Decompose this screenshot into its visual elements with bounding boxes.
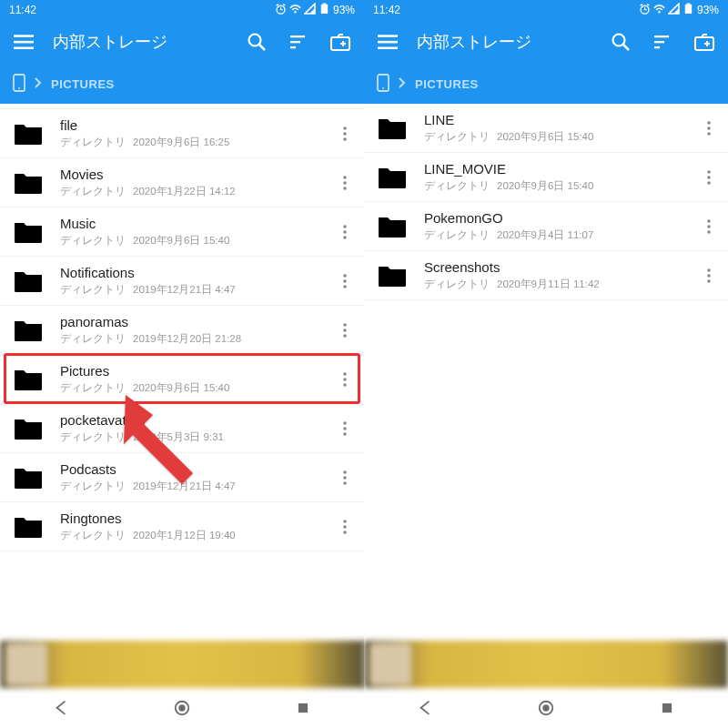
sort-icon[interactable] (650, 29, 675, 55)
breadcrumb-label: PICTURES (51, 77, 115, 91)
item-name: LINE_MOVIE (424, 161, 695, 177)
more-icon[interactable] (331, 470, 359, 485)
nav-home-button[interactable] (172, 698, 192, 718)
nav-recent-button[interactable] (293, 698, 313, 718)
more-icon[interactable] (331, 126, 359, 141)
item-sub: ディレクトリ2020年9月6日 15:40 (60, 381, 331, 395)
list-item[interactable]: Screenshotsディレクトリ2020年9月11日 11:42 (364, 251, 728, 300)
list-item[interactable]: PokemonGOディレクトリ2020年9月4日 11:07 (364, 202, 728, 251)
file-list[interactable]: LINEディレクトリ2020年9月6日 15:40LINE_MOVIEディレクト… (364, 104, 728, 641)
item-sub: ディレクトリ2020年9月6日 15:40 (424, 179, 695, 193)
list-item[interactable]: pocketavatarsディレクトリ2020年5月3日 9:31 (0, 404, 364, 453)
app-toolbar: 内部ストレージ (0, 20, 364, 64)
nav-bar (0, 688, 364, 728)
more-icon[interactable] (695, 121, 723, 136)
battery-icon (318, 3, 330, 17)
more-icon[interactable] (331, 274, 359, 288)
item-sub: ディレクトリ2020年5月3日 9:31 (60, 430, 331, 444)
item-name: Screenshots (424, 259, 695, 275)
hamburger-icon[interactable] (375, 29, 400, 55)
item-name: LINE (424, 112, 695, 127)
more-icon[interactable] (695, 219, 723, 234)
chevron-right-icon (35, 77, 42, 91)
device-icon (13, 74, 25, 95)
list-item[interactable]: LINE_MOVIEディレクトリ2020年9月6日 15:40 (364, 153, 728, 202)
folder-icon (13, 219, 44, 245)
more-icon[interactable] (331, 372, 359, 387)
nav-back-button[interactable] (415, 698, 435, 718)
item-sub: ディレクトリ2019年12月20日 21:28 (60, 332, 331, 346)
more-icon[interactable] (331, 421, 359, 436)
status-time: 11:42 (373, 4, 400, 16)
item-sub: ディレクトリ2020年9月6日 16:25 (60, 136, 331, 149)
item-name: Movies (60, 167, 331, 182)
new-folder-icon[interactable] (328, 29, 353, 55)
list-item[interactable]: LINEディレクトリ2020年9月6日 15:40 (364, 104, 728, 153)
folder-icon (377, 116, 408, 141)
left-screenshot: 11:42 93% 内部ストレージ PICTURES fileディレクトリ202… (0, 0, 364, 728)
status-bar: 11:42 93% (364, 0, 728, 20)
item-name: PokemonGO (424, 210, 695, 226)
folder-icon (13, 318, 44, 343)
item-name: pocketavatars (60, 412, 331, 428)
search-icon[interactable] (244, 29, 269, 55)
folder-icon (13, 170, 44, 196)
app-toolbar: 内部ストレージ (364, 20, 728, 64)
battery-pct: 93% (697, 4, 719, 16)
breadcrumb[interactable]: PICTURES (364, 64, 728, 104)
status-bar: 11:42 93% (0, 0, 364, 20)
wifi-icon (289, 3, 301, 17)
list-item[interactable]: Musicディレクトリ2020年9月6日 15:40 (0, 207, 364, 257)
item-sub: ディレクトリ2020年1月12日 19:40 (60, 529, 331, 542)
more-icon[interactable] (331, 176, 359, 190)
folder-icon (13, 268, 44, 294)
file-list[interactable]: fileディレクトリ2020年9月6日 16:25Moviesディレクトリ202… (0, 104, 364, 641)
folder-icon (377, 214, 408, 239)
list-item[interactable]: Picturesディレクトリ2020年9月6日 15:40 (0, 355, 364, 404)
status-time: 11:42 (9, 4, 36, 16)
folder-icon (377, 165, 408, 190)
more-icon[interactable] (695, 170, 723, 185)
list-item[interactable]: Podcastsディレクトリ2019年12月21日 4:47 (0, 453, 364, 502)
folder-icon (13, 514, 44, 540)
wifi-icon (653, 3, 665, 17)
nav-home-button[interactable] (536, 698, 556, 718)
nav-back-button[interactable] (51, 698, 71, 718)
hamburger-icon[interactable] (11, 29, 36, 55)
more-icon[interactable] (331, 225, 359, 239)
new-folder-icon[interactable] (692, 29, 717, 55)
item-name: Music (60, 216, 331, 231)
folder-icon (13, 367, 44, 392)
signal-icon (668, 3, 680, 17)
item-sub: ディレクトリ2020年1月22日 14:12 (60, 185, 331, 198)
item-name: panoramas (60, 314, 331, 329)
folder-icon (377, 263, 408, 288)
more-icon[interactable] (695, 268, 723, 283)
ad-banner[interactable] (364, 641, 728, 688)
signal-icon (304, 3, 316, 17)
more-icon[interactable] (331, 520, 359, 534)
list-item[interactable]: panoramasディレクトリ2019年12月20日 21:28 (0, 306, 364, 355)
item-sub: ディレクトリ2020年9月11日 11:42 (424, 278, 695, 291)
list-item[interactable]: fileディレクトリ2020年9月6日 16:25 (0, 109, 364, 158)
right-screenshot: 11:42 93% 内部ストレージ PICTURES LINEディレクトリ202… (364, 0, 728, 728)
ad-banner[interactable] (0, 641, 364, 688)
nav-recent-button[interactable] (657, 698, 677, 718)
list-item[interactable]: Ringtonesディレクトリ2020年1月12日 19:40 (0, 502, 364, 551)
sort-icon[interactable] (286, 29, 311, 55)
list-item[interactable]: Moviesディレクトリ2020年1月22日 14:12 (0, 158, 364, 207)
item-name: Pictures (60, 363, 331, 379)
search-icon[interactable] (608, 29, 633, 55)
device-icon (377, 74, 389, 95)
breadcrumb[interactable]: PICTURES (0, 64, 364, 104)
nav-bar (364, 688, 728, 728)
toolbar-title: 内部ストレージ (417, 31, 592, 53)
list-item[interactable]: Notificationsディレクトリ2019年12月21日 4:47 (0, 257, 364, 306)
toolbar-title: 内部ストレージ (53, 31, 228, 53)
item-sub: ディレクトリ2020年9月4日 11:07 (424, 228, 695, 242)
item-name: Notifications (60, 265, 331, 280)
more-icon[interactable] (331, 323, 359, 338)
folder-icon (13, 121, 44, 147)
chevron-right-icon (399, 77, 406, 91)
item-sub: ディレクトリ2019年12月21日 4:47 (60, 283, 331, 297)
